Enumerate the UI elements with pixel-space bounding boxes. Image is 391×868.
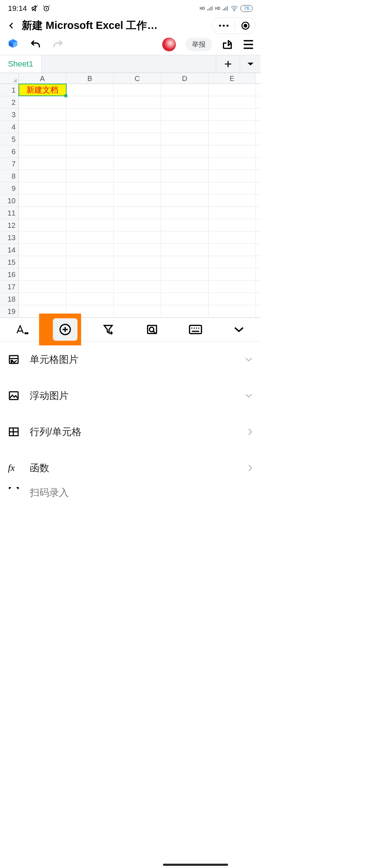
row-header[interactable]: 7 xyxy=(0,158,19,170)
col-header[interactable]: B xyxy=(66,73,114,84)
cell[interactable] xyxy=(209,293,256,305)
cell[interactable] xyxy=(209,305,256,317)
cell[interactable] xyxy=(161,109,209,120)
cell[interactable] xyxy=(209,195,256,207)
cell[interactable] xyxy=(66,244,114,256)
row-header[interactable]: 13 xyxy=(0,231,19,243)
menu-item-float-image[interactable]: 浮动图片 xyxy=(8,378,253,414)
cell[interactable] xyxy=(209,170,256,182)
user-avatar[interactable] xyxy=(162,38,176,51)
col-header[interactable]: E xyxy=(209,73,256,84)
collapse-panel[interactable] xyxy=(217,326,261,333)
row-header[interactable]: 1 xyxy=(0,84,19,96)
cell[interactable] xyxy=(161,231,209,243)
cell[interactable] xyxy=(19,109,66,120)
cell[interactable] xyxy=(161,268,209,280)
select-all-corner[interactable] xyxy=(0,73,19,84)
cell[interactable] xyxy=(19,158,66,170)
document-title[interactable]: 新建 Microsoft Excel 工作… xyxy=(22,18,208,33)
cell[interactable] xyxy=(161,219,209,231)
cell[interactable] xyxy=(66,170,114,182)
cell[interactable] xyxy=(209,256,256,268)
cell[interactable] xyxy=(114,96,161,108)
menu-button[interactable] xyxy=(243,40,254,49)
row-header[interactable]: 9 xyxy=(0,182,19,194)
cell[interactable] xyxy=(209,158,256,170)
more-icon[interactable] xyxy=(219,24,229,27)
menu-item-cell-image[interactable]: 单元格图片 xyxy=(8,341,253,378)
menu-item-rows-cols[interactable]: 行列/单元格 xyxy=(8,414,253,450)
cell[interactable] xyxy=(161,305,209,317)
cell[interactable] xyxy=(209,133,256,145)
cell-A1[interactable]: 新建文档 xyxy=(19,84,66,96)
cell[interactable] xyxy=(66,158,114,170)
cell[interactable] xyxy=(161,207,209,219)
cell[interactable] xyxy=(66,195,114,207)
cell[interactable] xyxy=(114,109,161,120)
cell[interactable] xyxy=(209,207,256,219)
cell[interactable] xyxy=(161,244,209,256)
cell[interactable] xyxy=(209,109,256,120)
row-header[interactable]: 8 xyxy=(0,170,19,182)
cell[interactable] xyxy=(19,256,66,268)
row-header[interactable]: 4 xyxy=(0,121,19,133)
menu-item-function[interactable]: fx 函数 xyxy=(8,450,253,486)
cell[interactable] xyxy=(66,121,114,133)
cell[interactable] xyxy=(161,195,209,207)
filter-tab[interactable] xyxy=(87,324,130,335)
row-header[interactable]: 18 xyxy=(0,293,19,305)
cell[interactable] xyxy=(209,281,256,293)
cell[interactable] xyxy=(209,96,256,108)
cell[interactable] xyxy=(66,96,114,108)
add-sheet-button[interactable] xyxy=(216,55,240,73)
cell[interactable] xyxy=(114,170,161,182)
cell[interactable] xyxy=(114,133,161,145)
cell[interactable] xyxy=(19,182,66,194)
cell[interactable] xyxy=(66,182,114,194)
cell[interactable] xyxy=(209,219,256,231)
cell[interactable] xyxy=(114,231,161,243)
cell[interactable] xyxy=(209,231,256,243)
cell[interactable] xyxy=(161,145,209,157)
row-header[interactable]: 19 xyxy=(0,305,19,317)
share-button[interactable] xyxy=(222,39,233,50)
cell[interactable] xyxy=(19,231,66,243)
cell[interactable] xyxy=(19,281,66,293)
row-header[interactable]: 12 xyxy=(0,219,19,231)
cell[interactable] xyxy=(209,244,256,256)
cell[interactable] xyxy=(66,281,114,293)
cell[interactable] xyxy=(161,121,209,133)
row-header[interactable]: 17 xyxy=(0,281,19,293)
text-format-tab[interactable] xyxy=(0,323,43,336)
cell[interactable] xyxy=(19,207,66,219)
cell[interactable] xyxy=(66,231,114,243)
cell[interactable] xyxy=(19,170,66,182)
cell[interactable] xyxy=(114,281,161,293)
insert-tab[interactable] xyxy=(43,318,87,341)
view-tab[interactable] xyxy=(130,324,174,335)
app-logo-icon[interactable] xyxy=(7,38,20,51)
cell[interactable] xyxy=(66,145,114,157)
cell[interactable] xyxy=(114,244,161,256)
report-button[interactable]: 举报 xyxy=(185,38,212,51)
col-header[interactable]: C xyxy=(114,73,161,84)
cell[interactable] xyxy=(66,268,114,280)
cell[interactable] xyxy=(161,84,209,96)
cell[interactable] xyxy=(114,293,161,305)
cell[interactable] xyxy=(19,133,66,145)
row-header[interactable]: 6 xyxy=(0,145,19,157)
spreadsheet-grid[interactable]: A B C D E 1新建文档 2 3 4 5 6 7 8 9 10 11 12… xyxy=(0,73,261,318)
cell[interactable] xyxy=(161,293,209,305)
sheet-menu-caret[interactable] xyxy=(240,55,261,73)
col-header[interactable]: D xyxy=(161,73,209,84)
cell[interactable] xyxy=(19,96,66,108)
cell[interactable] xyxy=(114,207,161,219)
cell[interactable] xyxy=(161,96,209,108)
menu-item-scan[interactable]: 扫码录入 xyxy=(8,486,253,499)
row-header[interactable]: 16 xyxy=(0,268,19,280)
row-header[interactable]: 3 xyxy=(0,109,19,120)
cell[interactable] xyxy=(66,84,114,96)
cell[interactable] xyxy=(161,256,209,268)
cell[interactable] xyxy=(209,121,256,133)
cell[interactable] xyxy=(114,219,161,231)
